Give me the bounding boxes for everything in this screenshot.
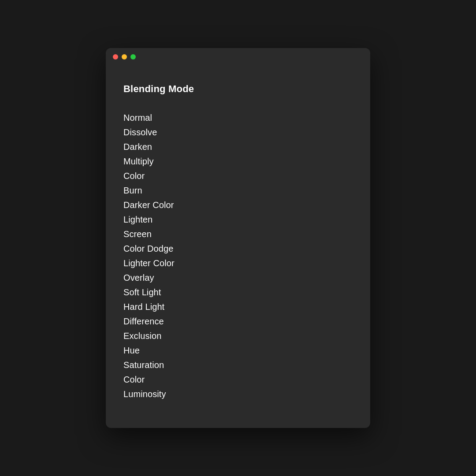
minimize-button[interactable] <box>122 54 127 60</box>
blend-mode-item[interactable]: Screen <box>123 227 353 242</box>
panel-content: Blending Mode NormalDissolveDarkenMultip… <box>106 66 370 428</box>
app-window: Blending Mode NormalDissolveDarkenMultip… <box>106 48 370 428</box>
blend-mode-item[interactable]: Soft Light <box>123 285 353 300</box>
blend-mode-item[interactable]: Color <box>123 169 353 183</box>
blend-mode-item[interactable]: Lighten <box>123 212 353 227</box>
blend-mode-item[interactable]: Normal <box>123 111 353 125</box>
traffic-lights <box>113 54 136 60</box>
blend-mode-item[interactable]: Overlay <box>123 271 353 285</box>
close-button[interactable] <box>113 54 118 60</box>
blend-mode-item[interactable]: Burn <box>123 183 353 198</box>
blend-mode-list: NormalDissolveDarkenMultiplyColorBurnDar… <box>123 111 353 402</box>
blend-mode-item[interactable]: Color Dodge <box>123 242 353 256</box>
panel-title: Blending Mode <box>123 83 353 95</box>
blend-mode-item[interactable]: Difference <box>123 314 353 329</box>
maximize-button[interactable] <box>130 54 136 60</box>
blend-mode-item[interactable]: Darken <box>123 140 353 154</box>
blend-mode-item[interactable]: Hue <box>123 343 353 358</box>
blend-mode-item[interactable]: Darker Color <box>123 198 353 212</box>
blend-mode-item[interactable]: Luminosity <box>123 387 353 402</box>
blend-mode-item[interactable]: Exclusion <box>123 329 353 343</box>
blend-mode-item[interactable]: Dissolve <box>123 125 353 140</box>
blend-mode-item[interactable]: Saturation <box>123 358 353 372</box>
blend-mode-item[interactable]: Lighter Color <box>123 256 353 271</box>
blend-mode-item[interactable]: Multiply <box>123 154 353 169</box>
title-bar <box>106 48 370 66</box>
blend-mode-item[interactable]: Hard Light <box>123 300 353 314</box>
blend-mode-item[interactable]: Color <box>123 372 353 387</box>
